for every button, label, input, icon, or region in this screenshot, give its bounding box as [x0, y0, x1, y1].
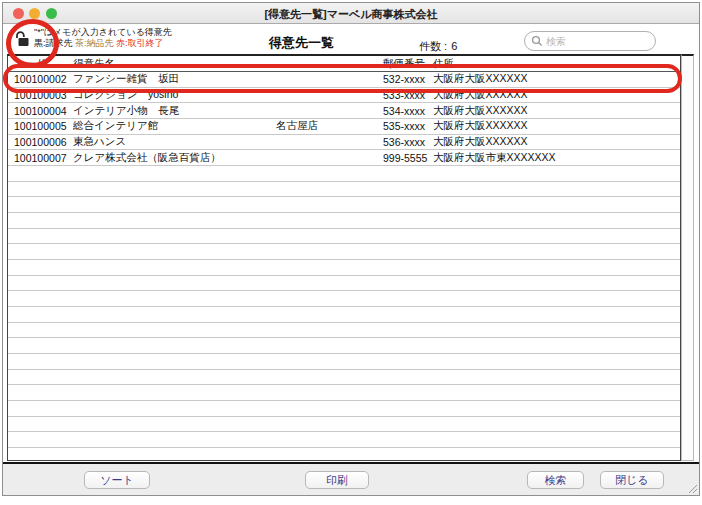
- close-button[interactable]: 閉じる: [600, 471, 664, 489]
- search-input[interactable]: [546, 36, 649, 47]
- table-row-empty: [8, 260, 680, 276]
- record-count-label: 件数 :: [419, 40, 447, 52]
- title-bar: [得意先一覧]マーベル商事株式会社: [3, 3, 699, 24]
- table-row-empty: [8, 354, 680, 370]
- table-row[interactable]: 100100005総合インテリア館名古屋店535-xxxx大阪府大阪XXXXXX: [8, 119, 680, 135]
- cell-postal[interactable]: 536-xxxx: [383, 136, 433, 148]
- table-row-empty: [8, 182, 680, 198]
- search-icon: [531, 35, 543, 47]
- cell-postal[interactable]: 535-xxxx: [383, 120, 433, 132]
- table-row-empty: [8, 291, 680, 307]
- cell-name[interactable]: クレア株式会社（阪急百貨店）: [73, 151, 276, 165]
- table-row[interactable]: 100100007クレア株式会社（阪急百貨店）999-5555大阪府大阪市東XX…: [8, 150, 680, 166]
- table-row-empty: [8, 197, 680, 213]
- annotation-circle-lock: [6, 19, 59, 68]
- annotation-row-highlight: [3, 64, 682, 93]
- legend-red: 赤:取引終了: [116, 38, 164, 48]
- record-count: 件数 :6: [419, 39, 457, 54]
- record-count-value: 6: [451, 40, 457, 52]
- cell-code[interactable]: 100100004: [8, 105, 73, 117]
- table-row-empty: [8, 417, 680, 433]
- cell-code[interactable]: 100100006: [8, 136, 73, 148]
- table-row[interactable]: 100100004インテリア小物 長尾534-xxxx大阪府大阪XXXXXX: [8, 103, 680, 119]
- table-row-empty: [8, 244, 680, 260]
- table-row-empty: [8, 229, 680, 245]
- table-row-empty: [8, 276, 680, 292]
- cell-name[interactable]: インテリア小物 長尾: [73, 104, 276, 118]
- window-title: [得意先一覧]マーベル商事株式会社: [3, 7, 699, 22]
- cell-code[interactable]: 100100007: [8, 152, 73, 164]
- table-row-empty: [8, 323, 680, 339]
- legend-brown: 茶:納品先: [75, 38, 114, 48]
- cell-code[interactable]: 100100005: [8, 120, 73, 132]
- resize-grip-icon[interactable]: [687, 483, 698, 494]
- cell-address[interactable]: 大阪府大阪市東XXXXXXX: [433, 151, 680, 165]
- print-button[interactable]: 印刷: [305, 471, 369, 489]
- cell-postal[interactable]: 999-5555: [383, 152, 433, 164]
- table-row-empty: [8, 448, 680, 461]
- search-box[interactable]: [524, 31, 656, 51]
- table-row-empty: [8, 213, 680, 229]
- table-row-empty: [8, 370, 680, 386]
- customer-table: コード 得意先名 郵便番号 住所 100100002ファンシー雑貨 坂田532-…: [7, 54, 681, 461]
- sort-button[interactable]: ソート: [84, 471, 150, 489]
- table-row-empty: [8, 385, 680, 401]
- table-row[interactable]: 100100006東急ハンス536-xxxx大阪府大阪XXXXXX: [8, 135, 680, 151]
- toolbar: "*"はメモが入力されている得意先 黒:請求先 茶:納品先 赤:取引終了 得意先…: [3, 25, 699, 54]
- footer-bar: ソート 印刷 検索 閉じる: [3, 462, 699, 495]
- cell-name[interactable]: 総合インテリア館: [73, 119, 276, 133]
- table-row-empty: [8, 432, 680, 448]
- table-row-empty: [8, 401, 680, 417]
- table-row-empty: [8, 307, 680, 323]
- cell-address[interactable]: 大阪府大阪XXXXXX: [433, 135, 680, 149]
- cell-branch[interactable]: 名古屋店: [276, 119, 383, 133]
- table-row-empty: [8, 166, 680, 182]
- cell-address[interactable]: 大阪府大阪XXXXXX: [433, 119, 680, 133]
- cell-address[interactable]: 大阪府大阪XXXXXX: [433, 104, 680, 118]
- cell-postal[interactable]: 534-xxxx: [383, 105, 433, 117]
- search-button[interactable]: 検索: [527, 471, 584, 489]
- table-body: 100100002ファンシー雑貨 坂田532-xxxx大阪府大阪XXXXXX10…: [8, 72, 680, 461]
- cell-name[interactable]: 東急ハンス: [73, 135, 276, 149]
- page-title: 得意先一覧: [269, 34, 334, 52]
- app-window: [得意先一覧]マーベル商事株式会社 "*"はメモが入力されている得意先 黒:請求…: [2, 2, 700, 496]
- vertical-scrollbar[interactable]: [681, 54, 694, 461]
- table-row-empty: [8, 338, 680, 354]
